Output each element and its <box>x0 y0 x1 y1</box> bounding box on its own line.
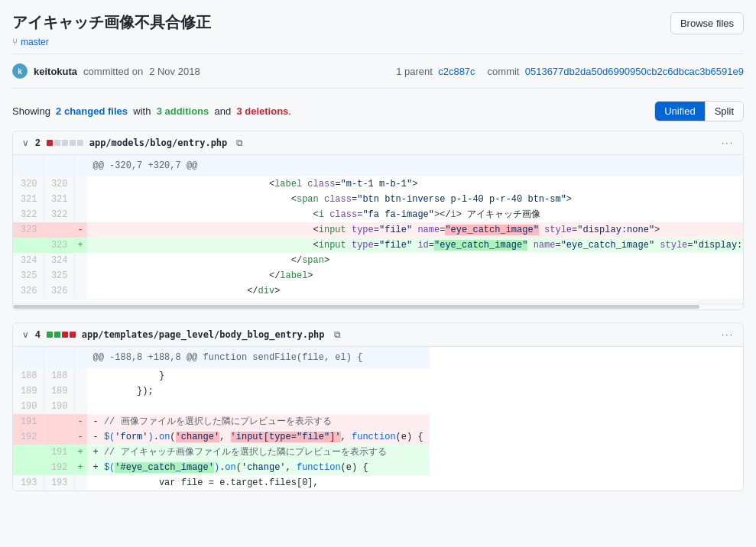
file-path-1: app/models/blog/entry.php <box>89 138 228 148</box>
diff-dots-2 <box>47 332 76 338</box>
diff-dot-red-1 <box>62 332 68 338</box>
file-change-count-1: 2 <box>35 138 41 148</box>
diff-dot-gray <box>54 140 60 146</box>
file-diff-header-2: ∨ 4 app/templates/page_level/body_blog_e… <box>13 323 743 347</box>
diff-dot-red <box>47 140 53 146</box>
diff-scroll-area-2[interactable]: @@ -188,8 +188,8 @@ function sendFile(fi… <box>13 347 743 490</box>
diff-stats-text: Showing 2 changed files with 3 additions… <box>12 105 291 117</box>
table-row: 191 - - // 画像ファイルを選択した隣にプレビューを表示する <box>13 414 430 429</box>
hunk-header-text-2: @@ -188,8 +188,8 @@ function sendFile(fi… <box>87 347 430 368</box>
table-row: 193 193 var file = e.target.files[0], <box>13 475 430 490</box>
view-toggle: Unified Split <box>654 101 744 121</box>
file-actions-menu-2[interactable]: ··· <box>722 329 734 340</box>
table-row: 324 324 </span> <box>13 253 743 268</box>
additions-count: 3 additions <box>157 105 209 117</box>
diff-dot-green-2 <box>54 332 60 338</box>
diff-scroll-area-1[interactable]: @@ -320,7 +320,7 @@ 320 320 <label class… <box>13 155 743 303</box>
commit-label: commit 0513677db2da50d6990950cb2c6dbcac3… <box>488 66 744 77</box>
commit-author[interactable]: keitokuta <box>34 66 77 77</box>
commit-date: 2 Nov 2018 <box>149 66 200 77</box>
commit-header: アイキャッチ画像不具合修正 ⑂ master Browse files <box>12 12 744 47</box>
table-row: 322 322 <i class="fa fa-image"></i> アイキャ… <box>13 207 743 222</box>
avatar: k <box>12 63 28 79</box>
hunk-line-num-2 <box>44 155 74 176</box>
table-row: 192 - - $('form').on('change', 'input[ty… <box>13 429 430 445</box>
table-row: 323 + <input type="file" id="eye_catch_i… <box>13 238 743 253</box>
branch-icon: ⑂ <box>12 37 18 47</box>
hunk-line-num <box>13 155 44 176</box>
hunk-header-row-1: @@ -320,7 +320,7 @@ <box>13 155 743 176</box>
parent-hash-link[interactable]: c2c887c <box>438 66 475 77</box>
commit-hash-info: 1 parent c2c887c commit 0513677db2da50d6… <box>396 66 744 77</box>
changed-files-count[interactable]: 2 changed files <box>56 105 128 117</box>
file-actions-menu-1[interactable]: ··· <box>722 138 734 148</box>
horizontal-scrollbar[interactable] <box>13 303 743 309</box>
table-row: 191 + + // アイキャッチ画像ファイルを選択した隣にプレビューを表示する <box>13 445 430 460</box>
copy-file-icon-1[interactable]: ⧉ <box>236 138 243 148</box>
table-row: 192 + + $('#eye_catch_image').on('change… <box>13 460 430 475</box>
table-row: 320 320 <label class="m-t-1 m-b-1"> <box>13 176 743 192</box>
diff-table-2: @@ -188,8 +188,8 @@ function sendFile(fi… <box>13 347 743 490</box>
commit-title: アイキャッチ画像不具合修正 <box>12 12 211 33</box>
table-row: 323 - <input type="file" name="eye_catch… <box>13 222 743 238</box>
commit-meta: k keitokuta committed on 2 Nov 2018 1 pa… <box>12 53 744 89</box>
diff-dot-green-1 <box>47 332 53 338</box>
parent-label: 1 parent c2c887c <box>396 66 475 77</box>
diff-dot-gray-2 <box>62 140 68 146</box>
diff-stats-bar: Showing 2 changed files with 3 additions… <box>12 101 744 121</box>
table-row: 188 188 } <box>13 368 430 384</box>
table-row: 189 189 }); <box>13 384 430 399</box>
diff-dot-gray-4 <box>77 140 83 146</box>
deletions-count: 3 deletions <box>236 105 288 117</box>
table-row: 326 326 </div> <box>13 283 743 299</box>
commit-title-area: アイキャッチ画像不具合修正 ⑂ master <box>12 12 211 47</box>
collapse-chevron-2[interactable]: ∨ <box>22 329 29 340</box>
split-view-button[interactable]: Split <box>706 102 743 121</box>
table-row: 190 190 <box>13 399 430 414</box>
file-path-2: app/templates/page_level/body_blog_entry… <box>82 329 325 340</box>
hunk-header-text-1: @@ -320,7 +320,7 @@ <box>87 155 744 176</box>
browse-files-button[interactable]: Browse files <box>670 12 744 34</box>
commit-hash-link[interactable]: 0513677db2da50d6990950cb2c6dbcac3b6591e9 <box>525 66 744 77</box>
branch-badge: ⑂ master <box>12 37 49 47</box>
table-row: 325 325 </label> <box>13 268 743 283</box>
unified-view-button[interactable]: Unified <box>655 102 705 121</box>
diff-dot-red-2 <box>70 332 76 338</box>
diff-dot-gray-3 <box>70 140 76 146</box>
file-diff-header-1: ∨ 2 app/models/blog/entry.php ⧉ ··· <box>13 131 743 155</box>
file-change-count-2: 4 <box>35 329 41 340</box>
diff-table-1: @@ -320,7 +320,7 @@ 320 320 <label class… <box>13 155 743 303</box>
copy-file-icon-2[interactable]: ⧉ <box>334 329 341 340</box>
diff-dots-1 <box>47 140 83 146</box>
collapse-chevron-1[interactable]: ∨ <box>22 138 29 148</box>
file-diff-1: ∨ 2 app/models/blog/entry.php ⧉ ··· <box>12 131 744 310</box>
commit-action: committed on <box>83 66 143 77</box>
file-diff-2: ∨ 4 app/templates/page_level/body_blog_e… <box>12 322 744 491</box>
branch-name[interactable]: master <box>21 37 49 47</box>
hunk-header-row-2: @@ -188,8 +188,8 @@ function sendFile(fi… <box>13 347 430 368</box>
table-row: 321 321 <span class="btn btn-inverse p-l… <box>13 192 743 207</box>
